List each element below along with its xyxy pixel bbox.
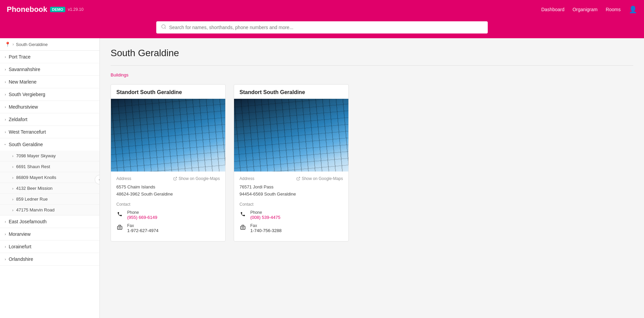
address-label-2: Address [239,176,254,181]
search-input[interactable] [169,25,483,30]
sidebar-sub-list: › 7098 Mayer Skyway › 6691 Shaun Rest › … [0,151,99,215]
chevron-icon: › [5,220,6,224]
buildings-grid: Standort South Geraldine Address [111,84,633,242]
sidebar-item-zeldafort[interactable]: › Zeldafort [0,113,99,126]
sidebar-item-new-marlene[interactable]: › New Marlene [0,76,99,88]
header-navigation: Dashboard Organigram Rooms 👤 [541,5,637,14]
fax-icon-2 [239,225,246,231]
phone-row-2: Phone (008) 539-4475 [239,210,343,220]
phone-label-1: Phone [127,210,157,215]
google-maps-text-1: Show on Google-Maps [179,176,220,181]
address-text-2: 76571 Jordi Pass94454-6569 South Geraldi… [239,184,343,198]
main-layout: 📍 › South Geraldine › Port Trace › Savan… [0,38,644,318]
address-row-2: Address Show on Google-Maps [239,176,343,181]
breadcrumb-chevron: › [13,42,14,47]
sidebar-sub-item-859[interactable]: › 859 Ledner Rue [0,194,99,205]
chevron-icon: › [5,92,6,96]
page-title: South Geraldine [111,48,633,59]
address-text-1: 6575 Chaim Islands48624-3962 South Geral… [116,184,220,198]
sidebar-item-label: Port Trace [9,54,31,60]
svg-line-6 [298,177,300,179]
building-card-1: Standort South Geraldine Address [111,84,226,242]
sidebar-sub-item-label: 859 Ledner Rue [16,197,48,202]
sidebar-sub-item-label: 47175 Marvin Road [16,207,54,212]
fax-label-2: Fax [250,223,282,228]
chevron-icon: › [5,105,6,109]
nav-dashboard[interactable]: Dashboard [541,7,565,12]
app-version: v1.29.10 [68,7,84,12]
chevron-icon: › [12,176,14,180]
address-label-1: Address [116,176,131,181]
phone-icon-2 [239,211,246,218]
svg-line-2 [175,177,177,179]
chevron-icon: › [5,55,6,59]
sidebar-item-lorainefurt[interactable]: › Lorainefurt [0,241,99,253]
sidebar-item-south-vergieberg[interactable]: › South Vergieberg [0,88,99,101]
breadcrumb: 📍 › South Geraldine [0,38,99,51]
chevron-down-icon: › [3,144,7,145]
sidebar-item-morarview[interactable]: › Morarview [0,228,99,241]
phone-row-1: Phone (955) 669-6149 [116,210,220,220]
sidebar-item-label: West Terrancefurt [9,129,46,135]
building-image-1 [111,99,225,172]
building-title-1: Standort South Geraldine [111,85,225,99]
nav-organigram[interactable]: Organigram [573,7,598,12]
svg-line-1 [165,28,166,29]
demo-badge: DEMO [50,7,65,12]
sidebar-item-savannahshire[interactable]: › Savannahshire [0,63,99,76]
contact-label-1: Contact [116,202,220,207]
building-image-inner-1 [111,99,225,172]
user-icon[interactable]: 👤 [629,5,637,14]
phone-icon-1 [116,211,123,218]
google-maps-link-2[interactable]: Show on Google-Maps [296,176,343,181]
svg-point-0 [162,25,165,28]
location-icon: 📍 [5,42,10,47]
section-divider [111,65,633,66]
chevron-icon: › [12,154,14,158]
sidebar-item-east-josefamouth[interactable]: › East Josefamouth [0,215,99,228]
chevron-icon: › [12,165,14,169]
fax-detail-2: Fax 1-740-756-3288 [250,223,282,233]
fax-label-1: Fax [127,223,159,228]
sidebar-item-label: East Josefamouth [9,219,47,224]
sidebar-sub-item-6691[interactable]: › 6691 Shaun Rest [0,161,99,172]
sidebar-item-label: Zeldafort [9,117,27,122]
fax-detail-1: Fax 1-972-627-4974 [127,223,159,233]
sidebar-item-orlandshire[interactable]: › Orlandshire [0,253,99,266]
sidebar: 📍 › South Geraldine › Port Trace › Savan… [0,38,100,318]
chevron-icon: › [5,130,6,134]
app-title: Phonebook [7,5,47,14]
sidebar-item-label: South Geraldine [9,142,43,147]
sidebar-item-label: Morarview [9,231,31,237]
sidebar-item-south-geraldine[interactable]: › South Geraldine [0,138,99,151]
sidebar-sub-item-86809[interactable]: › 86809 Mayert Knolls [0,172,99,183]
sidebar-item-label: New Marlene [9,79,37,85]
fax-value-2: 1-740-756-3288 [250,228,282,233]
sidebar-item-label: South Vergieberg [9,92,45,97]
sidebar-item-medhurstview[interactable]: › Medhurstview [0,101,99,113]
sidebar-sub-item-label: 6691 Shaun Rest [16,164,50,169]
sidebar-sub-item-label: 4132 Beer Mission [16,186,53,191]
fax-value-1: 1-972-627-4974 [127,228,159,233]
sidebar-sub-item-7098[interactable]: › 7098 Mayer Skyway [0,151,99,161]
chevron-icon: › [5,245,6,249]
main-content: South Geraldine Buildings Standort South… [100,38,644,318]
sidebar-sub-item-4132[interactable]: › 4132 Beer Mission [0,183,99,194]
building-image-2 [234,99,348,172]
contact-label-2: Contact [239,202,343,207]
svg-rect-7 [240,226,245,229]
sidebar-item-west-terrancefurt[interactable]: › West Terrancefurt [0,126,99,138]
chevron-icon: › [12,208,14,212]
nav-rooms[interactable]: Rooms [606,7,621,12]
sidebar-sub-item-label: 7098 Mayer Skyway [16,153,56,158]
google-maps-link-1[interactable]: Show on Google-Maps [173,176,220,181]
phone-detail-2: Phone (008) 539-4475 [250,210,280,220]
external-link-icon [173,177,177,181]
sidebar-item-port-trace[interactable]: › Port Trace [0,51,99,63]
app-branding: Phonebook DEMO v1.29.10 [7,5,84,14]
sidebar-sub-item-47175[interactable]: › 47175 Marvin Road [0,205,99,215]
phone-label-2: Phone [250,210,280,215]
sidebar-item-label: Orlandshire [9,256,33,262]
fax-row-2: Fax 1-740-756-3288 [239,223,343,233]
sidebar-sub-item-label: 86809 Mayert Knolls [16,175,56,180]
